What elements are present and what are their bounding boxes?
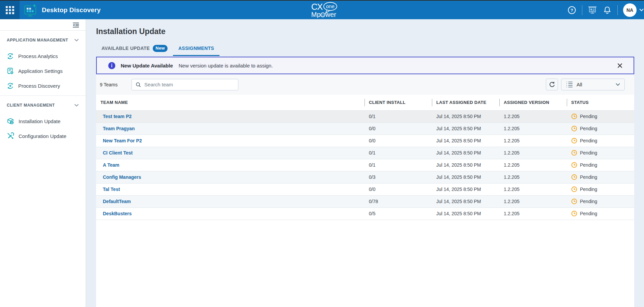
application-settings-icon [7,67,14,75]
page-title: Installation Update [96,27,634,36]
col-team-name[interactable]: TEAM NAME [96,95,364,110]
notifications-button[interactable] [600,6,615,15]
logo-one-text: one [326,3,334,9]
installation-update-icon [7,117,14,125]
col-assigned-version[interactable]: ASSIGNED VERSION [499,95,567,110]
status-cell: Pending [571,174,631,180]
team-name-link[interactable]: CI Client Test [103,150,133,156]
table-row[interactable]: New Team For P20/0Jul 14, 2025 8:50 PM1.… [96,135,634,147]
sidebar-item-installation-update[interactable]: Installation Update [0,114,86,129]
pending-clock-icon [571,186,577,192]
table-row[interactable]: Tal Test0/0Jul 14, 2025 8:50 PM1.2.205Pe… [96,183,634,195]
table-row[interactable]: Config Managers0/3Jul 14, 2025 8:50 PM1.… [96,171,634,183]
presentation-icon [588,6,597,15]
pending-clock-icon [571,211,577,217]
status-cell: Pending [571,125,631,132]
status-label: Pending [580,150,597,156]
tab-available-update[interactable]: AVAILABLE UPDATE New [96,43,173,56]
status-filter-dropdown[interactable]: All [561,79,625,90]
tabs: AVAILABLE UPDATE New ASSIGNMENTS [96,43,634,56]
pending-clock-icon [571,162,577,168]
sidebar-item-process-discovery[interactable]: Process Discovery [0,78,86,93]
section-application-management[interactable]: APPLICATION MANAGEMENT [7,38,79,43]
sidebar-collapse-button[interactable] [72,22,79,28]
sidebar-item-application-settings[interactable]: Application Settings [0,63,86,78]
team-name-link[interactable]: New Team For P2 [103,138,142,143]
pending-clock-icon [571,138,577,144]
table-row[interactable]: DeskBusters0/5Jul 14, 2025 8:50 PM1.2.20… [96,207,634,220]
sidebar-item-process-analytics[interactable]: Process Analytics [0,49,86,63]
alert-close-button[interactable] [617,63,622,68]
teams-table: TEAM NAME CLIENT INSTALL LAST ASSIGNED D… [96,95,634,220]
teams-count: 9 Teams [100,82,118,87]
col-last-assigned-date[interactable]: LAST ASSIGNED DATE [432,95,499,110]
assigned-version-cell: 1.2.205 [499,183,567,195]
chevron-down-icon [74,104,79,107]
status-cell: Pending [571,113,631,119]
client-install-cell: 0/0 [364,183,432,195]
process-analytics-icon [7,53,14,60]
list-filter-icon [566,81,573,88]
team-name-link[interactable]: DeskBusters [103,211,132,216]
assigned-version-cell: 1.2.205 [499,147,567,159]
last-assigned-date-cell: Jul 14, 2025 8:50 PM [432,110,499,122]
table-header-row: TEAM NAME CLIENT INSTALL LAST ASSIGNED D… [96,95,634,110]
tab-assignments[interactable]: ASSIGNMENTS [173,43,219,56]
last-assigned-date-cell: Jul 14, 2025 8:50 PM [432,207,499,220]
sidebar-nav: APPLICATION MANAGEMENT Process Analytics [0,38,86,143]
table-row[interactable]: Test team P20/1Jul 14, 2025 8:50 PM1.2.2… [96,110,634,122]
new-badge: New [153,45,168,52]
assigned-version-cell: 1.2.205 [499,135,567,147]
table-row[interactable]: CI Client Test0/1Jul 14, 2025 8:50 PM1.2… [96,147,634,159]
status-cell: Pending [571,138,631,144]
col-client-install[interactable]: CLIENT INSTALL [364,95,432,110]
team-name-link[interactable]: Tal Test [103,187,120,192]
avatar: NA [623,3,637,17]
table-row[interactable]: DefaultTeam0/78Jul 14, 2025 8:50 PM1.2.2… [96,195,634,207]
svg-text:?: ? [570,8,573,13]
configuration-update-icon [7,132,14,140]
status-cell: Pending [571,211,631,217]
collapse-menu-icon [72,22,79,28]
sidebar-item-label: Process Analytics [18,53,58,59]
tab-label: ASSIGNMENTS [178,46,214,51]
status-label: Pending [580,114,597,119]
top-bar-divider [582,5,582,15]
team-name-link[interactable]: Test team P2 [103,114,131,119]
last-assigned-date-cell: Jul 14, 2025 8:50 PM [432,183,499,195]
cxone-mpower-logo: CX one Mp wer [311,1,338,19]
status-cell: Pending [571,198,631,204]
screen-share-button[interactable] [585,6,600,15]
close-icon [617,63,622,68]
help-button[interactable]: ? [564,6,579,15]
table-row[interactable]: Team Pragyan0/0Jul 14, 2025 8:50 PM1.2.2… [96,122,634,135]
team-name-link[interactable]: Team Pragyan [103,126,135,131]
top-bar: Desktop Discovery CX one Mp wer ? [0,1,644,19]
table-row[interactable]: A Team0/1Jul 14, 2025 8:50 PM1.2.205Pend… [96,159,634,171]
refresh-icon [549,81,556,88]
search-icon [136,82,141,88]
sidebar-item-label: Process Discovery [18,83,60,89]
team-name-link[interactable]: DefaultTeam [103,199,131,204]
table-toolbar: 9 Teams A [96,74,634,95]
col-status[interactable]: STATUS [567,95,634,110]
assigned-version-cell: 1.2.205 [499,207,567,220]
client-install-cell: 0/3 [364,171,432,183]
client-install-cell: 0/1 [364,147,432,159]
client-install-cell: 0/78 [364,195,432,207]
sidebar-item-configuration-update[interactable]: Configuration Update [0,129,86,143]
search-box [131,79,238,90]
refresh-button[interactable] [546,79,558,90]
sidebar: APPLICATION MANAGEMENT Process Analytics [0,19,86,307]
app-launcher-button[interactable] [0,1,20,19]
search-input[interactable] [144,82,235,87]
team-name-link[interactable]: Config Managers [103,174,141,180]
client-install-cell: 0/0 [364,122,432,135]
section-client-management[interactable]: CLIENT MANAGEMENT [7,103,79,108]
top-bar-divider [617,5,618,15]
app-grid-icon [6,6,14,14]
user-menu[interactable]: NA [623,3,644,17]
status-label: Pending [580,138,597,143]
sidebar-item-label: Application Settings [18,68,63,74]
team-name-link[interactable]: A Team [103,162,119,168]
